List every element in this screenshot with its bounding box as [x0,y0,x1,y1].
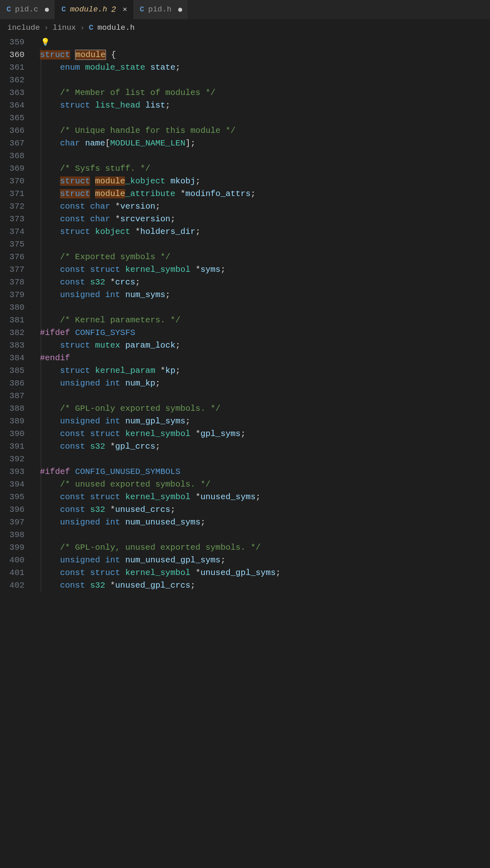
keyword: struct [90,568,120,577]
code-line[interactable] [36,150,490,162]
crumb-file[interactable]: module.h [97,22,135,34]
line-number: 388 [0,402,24,415]
chevron-right-icon: › [80,22,84,34]
keyword: const [60,265,85,274]
code-line[interactable]: struct module_attribute *modinfo_attrs; [36,187,490,200]
identifier: unused_crcs [115,505,170,514]
editor[interactable]: 3593603613623633643653663673683693703713… [0,36,490,592]
code-line[interactable]: const s32 *gpl_crcs; [36,440,490,453]
code-line[interactable]: struct kobject *holders_dir; [36,225,490,238]
code-line[interactable] [36,301,490,314]
code-line[interactable]: const struct kernel_symbol *unused_gpl_s… [36,566,490,579]
code-line[interactable]: const s32 *unused_crcs; [36,503,490,516]
code-line[interactable] [36,390,490,402]
code-area[interactable]: 💡struct module { enum module_state state… [36,36,490,592]
line-number: 389 [0,415,24,427]
line-number: 367 [0,137,24,150]
line-number: 370 [0,175,24,187]
comment: /* Member of list of modules */ [60,88,215,97]
code-line[interactable]: /* Kernel parameters. */ [36,314,490,326]
code-line[interactable]: char name[MODULE_NAME_LEN]; [36,137,490,150]
code-line[interactable]: const struct kernel_symbol *unused_syms; [36,491,490,503]
line-number: 377 [0,263,24,276]
tab-module-h[interactable]: C module.h 2 ✕ [55,0,133,19]
code-line[interactable]: /* GPL-only exported symbols. */ [36,402,490,415]
code-line[interactable]: struct module_kobject mkobj; [36,175,490,187]
code-line[interactable]: struct module { [36,48,490,61]
line-number: 385 [0,364,24,377]
c-lang-icon: C [89,22,93,34]
line-number: 382 [0,326,24,339]
line-number: 375 [0,238,24,251]
code-line[interactable]: const struct kernel_symbol *syms; [36,263,490,276]
line-number: 376 [0,251,24,263]
keyword: unsigned [60,379,100,388]
highlighted-word: module [75,50,106,60]
code-line[interactable]: const struct kernel_symbol *gpl_syms; [36,427,490,440]
code-line[interactable]: struct kernel_param *kp; [36,364,490,377]
code-line[interactable]: #ifdef CONFIG_UNUSED_SYMBOLS [36,465,490,478]
code-line[interactable]: const char *version; [36,200,490,213]
line-number: 366 [0,124,24,137]
tab-pid-h[interactable]: C pid.h [133,0,188,19]
code-line[interactable]: const char *srcversion; [36,213,490,225]
code-line[interactable] [36,529,490,541]
code-line[interactable]: 💡 [36,36,490,48]
line-number: 402 [0,579,24,592]
lightbulb-icon[interactable]: 💡 [41,36,50,49]
code-line[interactable]: /* Unique handle for this module */ [36,124,490,137]
keyword: int [105,518,120,527]
crumb-folder[interactable]: include [7,22,40,34]
code-line[interactable]: /* GPL-only, unused exported symbols. */ [36,541,490,554]
code-line[interactable] [36,238,490,251]
keyword: unsigned [60,416,100,426]
identifier: num_unused_syms [125,518,201,527]
code-line[interactable]: /* Sysfs stuff. */ [36,162,490,175]
identifier: state [150,63,176,72]
code-line[interactable]: unsigned int num_gpl_syms; [36,415,490,427]
code-line[interactable]: unsigned int num_unused_gpl_syms; [36,554,490,566]
line-number: 384 [0,352,24,364]
code-line[interactable]: unsigned int num_kp; [36,377,490,390]
code-line[interactable] [36,112,490,124]
code-line[interactable] [36,453,490,465]
line-number: 392 [0,453,24,465]
code-line[interactable]: struct list_head list; [36,99,490,112]
macro-name: CONFIG_UNUSED_SYMBOLS [75,467,180,476]
line-number: 362 [0,74,24,86]
code-line[interactable]: /* Exported symbols */ [36,251,490,263]
type-name: MODULE_NAME_LEN [110,139,185,148]
identifier: unused_gpl_crcs [115,581,191,590]
code-line[interactable]: const s32 *unused_gpl_crcs; [36,579,490,592]
comment: /* Kernel parameters. */ [60,315,180,325]
keyword: int [105,379,120,388]
tab-bar: C pid.c C module.h 2 ✕ C pid.h [0,0,490,20]
keyword: const [60,202,85,211]
code-line[interactable]: unsigned int num_syms; [36,289,490,301]
identifier: srcversion [120,214,170,224]
preprocessor: #ifdef [40,328,70,337]
code-line[interactable] [36,74,490,86]
code-line[interactable]: enum module_state state; [36,61,490,74]
code-line[interactable]: unsigned int num_unused_syms; [36,516,490,529]
close-icon[interactable]: ✕ [123,4,127,15]
code-line[interactable]: /* Member of list of modules */ [36,86,490,99]
type-name: list_head [95,101,140,110]
line-number: 391 [0,440,24,453]
tab-pid-c[interactable]: C pid.c [0,0,55,19]
line-number: 387 [0,390,24,402]
comment: /* GPL-only, unused exported symbols. */ [60,543,260,552]
code-line[interactable]: #ifdef CONFIG_SYSFS [36,326,490,339]
crumb-folder[interactable]: linux [53,22,76,34]
code-line[interactable]: struct mutex param_lock; [36,339,490,352]
identifier: crcs [115,278,135,287]
code-line[interactable]: #endif [36,352,490,364]
line-number: 365 [0,112,24,124]
identifier: holders_dir [140,227,195,236]
line-number: 369 [0,162,24,175]
code-line[interactable]: /* unused exported symbols. */ [36,478,490,491]
keyword: char [60,139,80,148]
code-line[interactable]: const s32 *crcs; [36,276,490,289]
comment: /* Unique handle for this module */ [60,126,236,135]
identifier: num_syms [125,290,165,300]
